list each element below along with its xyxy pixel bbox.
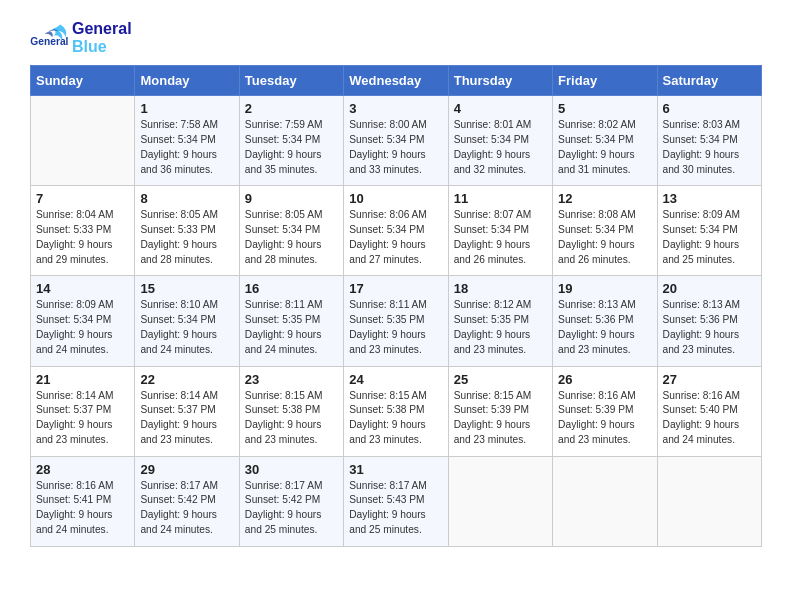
day-number: 7 <box>36 191 129 206</box>
calendar-cell: 10Sunrise: 8:06 AM Sunset: 5:34 PM Dayli… <box>344 186 448 276</box>
day-info: Sunrise: 8:02 AM Sunset: 5:34 PM Dayligh… <box>558 118 651 177</box>
day-number: 5 <box>558 101 651 116</box>
day-info: Sunrise: 8:04 AM Sunset: 5:33 PM Dayligh… <box>36 208 129 267</box>
day-info: Sunrise: 8:16 AM Sunset: 5:41 PM Dayligh… <box>36 479 129 538</box>
day-header-sunday: Sunday <box>31 66 135 96</box>
calendar-cell: 30Sunrise: 8:17 AM Sunset: 5:42 PM Dayli… <box>239 456 343 546</box>
calendar-cell: 2Sunrise: 7:59 AM Sunset: 5:34 PM Daylig… <box>239 96 343 186</box>
calendar-cell <box>448 456 552 546</box>
day-number: 30 <box>245 462 338 477</box>
day-number: 6 <box>663 101 756 116</box>
day-header-tuesday: Tuesday <box>239 66 343 96</box>
day-info: Sunrise: 8:13 AM Sunset: 5:36 PM Dayligh… <box>558 298 651 357</box>
day-info: Sunrise: 8:14 AM Sunset: 5:37 PM Dayligh… <box>140 389 233 448</box>
day-number: 3 <box>349 101 442 116</box>
day-info: Sunrise: 8:15 AM Sunset: 5:38 PM Dayligh… <box>349 389 442 448</box>
day-info: Sunrise: 8:01 AM Sunset: 5:34 PM Dayligh… <box>454 118 547 177</box>
logo: General General Blue <box>30 20 132 55</box>
day-header-friday: Friday <box>553 66 657 96</box>
calendar-cell: 15Sunrise: 8:10 AM Sunset: 5:34 PM Dayli… <box>135 276 239 366</box>
calendar-cell: 9Sunrise: 8:05 AM Sunset: 5:34 PM Daylig… <box>239 186 343 276</box>
calendar-table: SundayMondayTuesdayWednesdayThursdayFrid… <box>30 65 762 547</box>
day-number: 26 <box>558 372 651 387</box>
calendar-cell <box>31 96 135 186</box>
calendar-cell: 25Sunrise: 8:15 AM Sunset: 5:39 PM Dayli… <box>448 366 552 456</box>
day-header-saturday: Saturday <box>657 66 761 96</box>
day-number: 4 <box>454 101 547 116</box>
day-number: 19 <box>558 281 651 296</box>
day-number: 23 <box>245 372 338 387</box>
calendar-cell: 19Sunrise: 8:13 AM Sunset: 5:36 PM Dayli… <box>553 276 657 366</box>
calendar-body: 1Sunrise: 7:58 AM Sunset: 5:34 PM Daylig… <box>31 96 762 547</box>
calendar-cell: 14Sunrise: 8:09 AM Sunset: 5:34 PM Dayli… <box>31 276 135 366</box>
day-number: 14 <box>36 281 129 296</box>
calendar-cell: 23Sunrise: 8:15 AM Sunset: 5:38 PM Dayli… <box>239 366 343 456</box>
calendar-cell <box>553 456 657 546</box>
day-number: 8 <box>140 191 233 206</box>
calendar-cell <box>657 456 761 546</box>
calendar-week-3: 14Sunrise: 8:09 AM Sunset: 5:34 PM Dayli… <box>31 276 762 366</box>
day-number: 27 <box>663 372 756 387</box>
calendar-cell: 1Sunrise: 7:58 AM Sunset: 5:34 PM Daylig… <box>135 96 239 186</box>
calendar-cell: 29Sunrise: 8:17 AM Sunset: 5:42 PM Dayli… <box>135 456 239 546</box>
day-info: Sunrise: 8:11 AM Sunset: 5:35 PM Dayligh… <box>349 298 442 357</box>
day-number: 16 <box>245 281 338 296</box>
day-info: Sunrise: 8:17 AM Sunset: 5:42 PM Dayligh… <box>140 479 233 538</box>
day-info: Sunrise: 8:07 AM Sunset: 5:34 PM Dayligh… <box>454 208 547 267</box>
day-info: Sunrise: 8:03 AM Sunset: 5:34 PM Dayligh… <box>663 118 756 177</box>
day-number: 13 <box>663 191 756 206</box>
calendar-cell: 21Sunrise: 8:14 AM Sunset: 5:37 PM Dayli… <box>31 366 135 456</box>
calendar-cell: 16Sunrise: 8:11 AM Sunset: 5:35 PM Dayli… <box>239 276 343 366</box>
day-info: Sunrise: 8:05 AM Sunset: 5:34 PM Dayligh… <box>245 208 338 267</box>
day-number: 2 <box>245 101 338 116</box>
day-number: 11 <box>454 191 547 206</box>
calendar-cell: 3Sunrise: 8:00 AM Sunset: 5:34 PM Daylig… <box>344 96 448 186</box>
day-info: Sunrise: 8:17 AM Sunset: 5:43 PM Dayligh… <box>349 479 442 538</box>
day-number: 29 <box>140 462 233 477</box>
calendar-cell: 20Sunrise: 8:13 AM Sunset: 5:36 PM Dayli… <box>657 276 761 366</box>
day-number: 1 <box>140 101 233 116</box>
calendar-cell: 11Sunrise: 8:07 AM Sunset: 5:34 PM Dayli… <box>448 186 552 276</box>
calendar-cell: 8Sunrise: 8:05 AM Sunset: 5:33 PM Daylig… <box>135 186 239 276</box>
calendar-cell: 13Sunrise: 8:09 AM Sunset: 5:34 PM Dayli… <box>657 186 761 276</box>
calendar-header-row: SundayMondayTuesdayWednesdayThursdayFrid… <box>31 66 762 96</box>
calendar-week-1: 1Sunrise: 7:58 AM Sunset: 5:34 PM Daylig… <box>31 96 762 186</box>
day-number: 28 <box>36 462 129 477</box>
day-info: Sunrise: 8:09 AM Sunset: 5:34 PM Dayligh… <box>36 298 129 357</box>
day-number: 31 <box>349 462 442 477</box>
calendar-week-2: 7Sunrise: 8:04 AM Sunset: 5:33 PM Daylig… <box>31 186 762 276</box>
day-info: Sunrise: 8:12 AM Sunset: 5:35 PM Dayligh… <box>454 298 547 357</box>
day-number: 15 <box>140 281 233 296</box>
day-info: Sunrise: 8:08 AM Sunset: 5:34 PM Dayligh… <box>558 208 651 267</box>
day-info: Sunrise: 8:16 AM Sunset: 5:40 PM Dayligh… <box>663 389 756 448</box>
day-header-monday: Monday <box>135 66 239 96</box>
day-number: 25 <box>454 372 547 387</box>
day-info: Sunrise: 8:15 AM Sunset: 5:38 PM Dayligh… <box>245 389 338 448</box>
day-header-wednesday: Wednesday <box>344 66 448 96</box>
calendar-cell: 18Sunrise: 8:12 AM Sunset: 5:35 PM Dayli… <box>448 276 552 366</box>
day-number: 20 <box>663 281 756 296</box>
calendar-cell: 5Sunrise: 8:02 AM Sunset: 5:34 PM Daylig… <box>553 96 657 186</box>
calendar-cell: 27Sunrise: 8:16 AM Sunset: 5:40 PM Dayli… <box>657 366 761 456</box>
page-header: General General Blue <box>30 20 762 55</box>
day-number: 12 <box>558 191 651 206</box>
calendar-cell: 17Sunrise: 8:11 AM Sunset: 5:35 PM Dayli… <box>344 276 448 366</box>
day-info: Sunrise: 8:06 AM Sunset: 5:34 PM Dayligh… <box>349 208 442 267</box>
day-number: 17 <box>349 281 442 296</box>
day-number: 18 <box>454 281 547 296</box>
day-info: Sunrise: 8:13 AM Sunset: 5:36 PM Dayligh… <box>663 298 756 357</box>
day-info: Sunrise: 7:59 AM Sunset: 5:34 PM Dayligh… <box>245 118 338 177</box>
day-info: Sunrise: 8:17 AM Sunset: 5:42 PM Dayligh… <box>245 479 338 538</box>
logo-text: General Blue <box>72 20 132 55</box>
day-number: 21 <box>36 372 129 387</box>
day-info: Sunrise: 8:09 AM Sunset: 5:34 PM Dayligh… <box>663 208 756 267</box>
calendar-cell: 26Sunrise: 8:16 AM Sunset: 5:39 PM Dayli… <box>553 366 657 456</box>
day-number: 9 <box>245 191 338 206</box>
calendar-cell: 4Sunrise: 8:01 AM Sunset: 5:34 PM Daylig… <box>448 96 552 186</box>
day-info: Sunrise: 8:10 AM Sunset: 5:34 PM Dayligh… <box>140 298 233 357</box>
day-info: Sunrise: 8:05 AM Sunset: 5:33 PM Dayligh… <box>140 208 233 267</box>
day-info: Sunrise: 7:58 AM Sunset: 5:34 PM Dayligh… <box>140 118 233 177</box>
calendar-cell: 31Sunrise: 8:17 AM Sunset: 5:43 PM Dayli… <box>344 456 448 546</box>
calendar-week-5: 28Sunrise: 8:16 AM Sunset: 5:41 PM Dayli… <box>31 456 762 546</box>
calendar-cell: 24Sunrise: 8:15 AM Sunset: 5:38 PM Dayli… <box>344 366 448 456</box>
